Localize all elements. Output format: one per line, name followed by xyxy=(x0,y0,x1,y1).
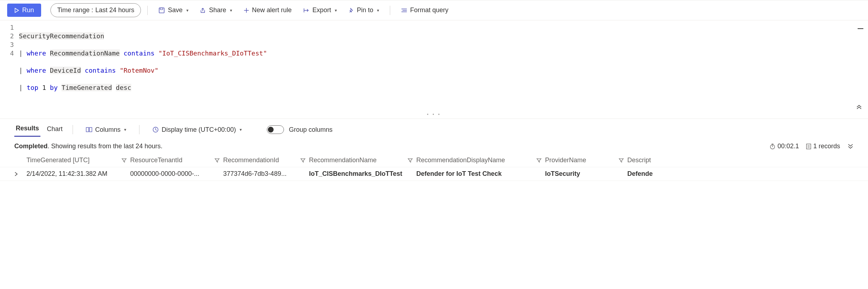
expand-down-icon[interactable] xyxy=(847,144,854,149)
token-string: "IoT_CISBenchmarks_DIoTTest" xyxy=(158,49,267,57)
column-header-recommendationid[interactable]: RecommendationId xyxy=(223,156,309,164)
token-number: 1 xyxy=(42,84,46,91)
save-icon xyxy=(158,7,165,14)
time-range-value: Last 24 hours xyxy=(95,6,134,14)
filter-icon[interactable] xyxy=(408,158,413,163)
row-expander[interactable] xyxy=(14,172,26,177)
separator xyxy=(390,6,390,15)
token-keyword: contains xyxy=(85,67,116,74)
filter-icon[interactable] xyxy=(215,158,220,163)
tab-chart[interactable]: Chart xyxy=(45,123,64,136)
save-button[interactable]: Save ▾ xyxy=(154,4,192,16)
display-time-label: Display time (UTC+00:00) xyxy=(162,126,236,134)
column-header-providername[interactable]: ProviderName xyxy=(545,156,627,164)
line-number: 2 xyxy=(10,32,14,40)
results-grid-header: TimeGenerated [UTC] ResourceTenantId Rec… xyxy=(0,154,868,167)
share-label: Share xyxy=(209,6,226,14)
code-content[interactable]: SecurityRecommendation | where Recommend… xyxy=(19,23,864,109)
columns-button[interactable]: Columns ▾ xyxy=(82,124,131,136)
pin-to-button[interactable]: Pin to ▾ xyxy=(344,4,383,16)
results-toolbar: Results Chart Columns ▾ Display time (UT… xyxy=(0,119,868,139)
pane-splitter[interactable]: • • • xyxy=(0,112,868,119)
cell-resourcetenantid: 00000000-0000-0000-... xyxy=(130,170,223,178)
query-toolbar: Run Time range : Last 24 hours Save ▾ Sh… xyxy=(0,0,868,20)
filter-icon[interactable] xyxy=(536,158,541,163)
token-string: "RotemNov" xyxy=(120,67,158,74)
new-alert-button[interactable]: New alert rule xyxy=(239,4,296,16)
token-pipe: | xyxy=(19,84,23,91)
filter-icon[interactable] xyxy=(300,158,305,163)
column-header-resourcetenantid[interactable]: ResourceTenantId xyxy=(130,156,223,164)
line-number: 3 xyxy=(10,40,14,49)
svg-rect-3 xyxy=(89,127,92,132)
display-time-button[interactable]: Display time (UTC+00:00) ▾ xyxy=(148,124,246,136)
editor-wrap: 1 2 3 4 SecurityRecommendation | where R… xyxy=(0,20,868,112)
format-icon xyxy=(401,8,407,13)
chevron-down-icon: ▾ xyxy=(377,8,379,13)
status-text: Completed. Showing results from the last… xyxy=(14,143,767,150)
token-keyword: where xyxy=(27,49,46,57)
plus-icon xyxy=(244,8,249,13)
group-columns-toggle[interactable] xyxy=(267,125,284,134)
query-editor[interactable]: 1 2 3 4 SecurityRecommendation | where R… xyxy=(0,20,868,112)
record-count: 1 records xyxy=(806,143,840,150)
col-label: ProviderName xyxy=(545,156,586,164)
token-keyword: where xyxy=(27,67,46,74)
col-label: RecommendationDisplayName xyxy=(416,156,505,164)
stopwatch-icon xyxy=(770,144,775,149)
format-query-label: Format query xyxy=(410,6,448,14)
run-button[interactable]: Run xyxy=(7,4,41,17)
token-keyword: top xyxy=(27,84,39,91)
col-label: RecommendationId xyxy=(223,156,279,164)
column-header-description[interactable]: Descript xyxy=(627,156,670,164)
filter-icon[interactable] xyxy=(619,158,624,163)
status-completed: Completed xyxy=(14,143,48,150)
svg-rect-2 xyxy=(86,127,89,132)
column-header-recommendationname[interactable]: RecommendationName xyxy=(309,156,416,164)
token-pipe: | xyxy=(19,67,23,74)
filter-icon[interactable] xyxy=(122,158,127,163)
time-range-label: Time range : xyxy=(57,6,93,14)
tab-results[interactable]: Results xyxy=(14,122,40,137)
play-icon xyxy=(14,8,19,13)
group-columns-label: Group columns xyxy=(289,126,333,134)
share-button[interactable]: Share ▾ xyxy=(196,4,236,16)
token-identifier: desc xyxy=(116,84,131,91)
col-label: RecommendationName xyxy=(309,156,377,164)
status-detail: . Showing results from the last 24 hours… xyxy=(48,143,162,150)
run-label: Run xyxy=(22,6,34,14)
columns-label: Columns xyxy=(95,126,121,134)
cell-providername: IoTSecurity xyxy=(545,170,627,178)
time-range-selector[interactable]: Time range : Last 24 hours xyxy=(50,3,141,17)
collapse-line-icon[interactable] xyxy=(857,28,864,30)
column-header-recommendationdisplayname[interactable]: RecommendationDisplayName xyxy=(416,156,545,164)
new-alert-label: New alert rule xyxy=(252,6,292,14)
chevron-down-icon: ▾ xyxy=(335,8,337,13)
cell-recommendationdisplayname: Defender for IoT Test Check xyxy=(416,170,545,178)
duration-value: 00:02.1 xyxy=(778,143,799,150)
line-number: 1 xyxy=(10,23,14,32)
token-identifier: TimeGenerated xyxy=(62,84,112,91)
export-button[interactable]: Export ▾ xyxy=(299,4,341,16)
chevron-down-icon: ▾ xyxy=(186,8,188,13)
table-row[interactable]: 2/14/2022, 11:42:31.382 AM 00000000-0000… xyxy=(0,167,868,181)
toggle-knob-icon xyxy=(268,127,274,133)
records-icon xyxy=(806,144,811,149)
column-header-timegenerated[interactable]: TimeGenerated [UTC] xyxy=(26,156,130,164)
token-pipe: | xyxy=(19,49,23,57)
chevron-down-icon: ▾ xyxy=(124,127,126,132)
columns-icon xyxy=(86,127,92,133)
line-gutter: 1 2 3 4 xyxy=(10,23,19,109)
separator xyxy=(147,6,148,15)
col-label: ResourceTenantId xyxy=(130,156,182,164)
cell-description: Defende xyxy=(627,170,670,178)
pin-to-label: Pin to xyxy=(357,6,373,14)
status-bar: Completed. Showing results from the last… xyxy=(0,139,868,154)
share-icon xyxy=(200,7,206,14)
token-identifier: SecurityRecommendation xyxy=(19,32,104,40)
scroll-top-icon[interactable] xyxy=(856,103,862,109)
cell-timegenerated: 2/14/2022, 11:42:31.382 AM xyxy=(26,170,130,178)
format-query-button[interactable]: Format query xyxy=(397,4,453,16)
separator xyxy=(73,125,73,134)
col-label: Descript xyxy=(627,156,651,164)
